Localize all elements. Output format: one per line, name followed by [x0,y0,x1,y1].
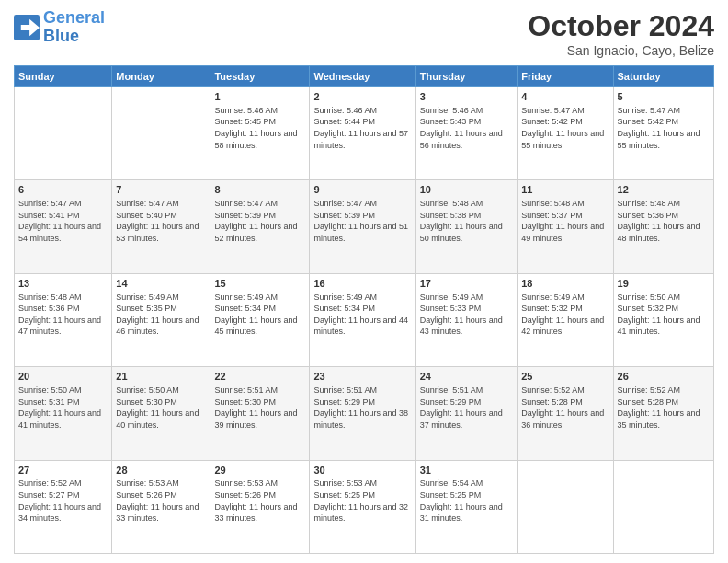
cell-content: Sunrise: 5:46 AMSunset: 5:43 PMDaylight:… [420,105,513,151]
calendar-week-2: 13Sunrise: 5:48 AMSunset: 5:36 PMDayligh… [15,273,714,366]
header-row: Sunday Monday Tuesday Wednesday Thursday… [15,66,714,87]
cell-content: Sunrise: 5:51 AMSunset: 5:29 PMDaylight:… [420,385,513,431]
day-number: 27 [18,464,108,477]
cell-content: Sunrise: 5:47 AMSunset: 5:42 PMDaylight:… [521,105,609,151]
cell-content: Sunrise: 5:52 AMSunset: 5:28 PMDaylight:… [618,385,710,431]
day-number: 5 [618,90,710,104]
logo-line1: General [43,8,105,27]
calendar-cell-4-5 [518,460,613,553]
cell-content: Sunrise: 5:49 AMSunset: 5:34 PMDaylight:… [313,292,411,338]
cell-content: Sunrise: 5:46 AMSunset: 5:45 PMDaylight:… [214,105,305,151]
calendar-cell-3-3: 23Sunrise: 5:51 AMSunset: 5:29 PMDayligh… [310,367,415,460]
cell-content: Sunrise: 5:53 AMSunset: 5:25 PMDaylight:… [313,477,411,523]
logo-line2: Blue [43,27,79,45]
calendar-cell-1-3: 9Sunrise: 5:47 AMSunset: 5:39 PMDaylight… [310,180,415,273]
day-number: 15 [214,277,305,291]
subtitle: San Ignacio, Cayo, Belize [528,43,714,58]
calendar-cell-4-0: 27Sunrise: 5:52 AMSunset: 5:27 PMDayligh… [15,460,112,553]
day-number: 10 [420,183,513,197]
calendar-cell-3-1: 21Sunrise: 5:50 AMSunset: 5:30 PMDayligh… [112,367,210,460]
cell-content: Sunrise: 5:47 AMSunset: 5:42 PMDaylight:… [618,105,710,151]
day-number: 13 [18,277,108,291]
cell-content: Sunrise: 5:49 AMSunset: 5:33 PMDaylight:… [420,292,513,338]
day-number: 11 [521,183,609,197]
calendar-cell-0-1 [112,87,210,180]
day-number: 1 [214,90,305,104]
cell-content: Sunrise: 5:47 AMSunset: 5:41 PMDaylight:… [18,198,108,244]
calendar-cell-3-2: 22Sunrise: 5:51 AMSunset: 5:30 PMDayligh… [210,367,310,460]
calendar-cell-1-2: 8Sunrise: 5:47 AMSunset: 5:39 PMDaylight… [210,180,310,273]
cell-content: Sunrise: 5:49 AMSunset: 5:34 PMDaylight:… [214,292,305,338]
col-saturday: Saturday [613,66,713,87]
day-number: 7 [116,183,206,197]
logo: General Blue [14,9,105,46]
day-number: 2 [313,90,411,104]
calendar-week-1: 6Sunrise: 5:47 AMSunset: 5:41 PMDaylight… [15,180,714,273]
cell-content: Sunrise: 5:49 AMSunset: 5:35 PMDaylight:… [116,292,206,338]
day-number: 22 [214,370,305,384]
cell-content: Sunrise: 5:48 AMSunset: 5:36 PMDaylight:… [18,292,108,338]
calendar-cell-3-4: 24Sunrise: 5:51 AMSunset: 5:29 PMDayligh… [415,367,517,460]
header: General Blue October 2024 San Ignacio, C… [14,9,714,58]
logo-text: General Blue [43,9,105,46]
cell-content: Sunrise: 5:47 AMSunset: 5:39 PMDaylight:… [214,198,305,244]
col-monday: Monday [112,66,210,87]
calendar-cell-4-2: 29Sunrise: 5:53 AMSunset: 5:26 PMDayligh… [210,460,310,553]
day-number: 26 [618,370,710,384]
calendar-cell-4-3: 30Sunrise: 5:53 AMSunset: 5:25 PMDayligh… [310,460,415,553]
day-number: 16 [313,277,411,291]
cell-content: Sunrise: 5:47 AMSunset: 5:40 PMDaylight:… [116,198,206,244]
cell-content: Sunrise: 5:48 AMSunset: 5:36 PMDaylight:… [618,198,710,244]
col-sunday: Sunday [15,66,112,87]
calendar-cell-3-5: 25Sunrise: 5:52 AMSunset: 5:28 PMDayligh… [518,367,613,460]
col-friday: Friday [518,66,613,87]
calendar-cell-0-5: 4Sunrise: 5:47 AMSunset: 5:42 PMDaylight… [518,87,613,180]
calendar-table: Sunday Monday Tuesday Wednesday Thursday… [14,65,714,554]
title-block: October 2024 San Ignacio, Cayo, Belize [528,9,714,58]
cell-content: Sunrise: 5:53 AMSunset: 5:26 PMDaylight:… [116,477,206,523]
calendar-cell-0-6: 5Sunrise: 5:47 AMSunset: 5:42 PMDaylight… [613,87,713,180]
day-number: 14 [116,277,206,291]
calendar-cell-2-1: 14Sunrise: 5:49 AMSunset: 5:35 PMDayligh… [112,273,210,366]
calendar-cell-2-6: 19Sunrise: 5:50 AMSunset: 5:32 PMDayligh… [613,273,713,366]
day-number: 18 [521,277,609,291]
cell-content: Sunrise: 5:50 AMSunset: 5:30 PMDaylight:… [116,385,206,431]
calendar-cell-3-0: 20Sunrise: 5:50 AMSunset: 5:31 PMDayligh… [15,367,112,460]
day-number: 8 [214,183,305,197]
day-number: 30 [313,464,411,477]
day-number: 29 [214,464,305,477]
calendar-cell-0-2: 1Sunrise: 5:46 AMSunset: 5:45 PMDaylight… [210,87,310,180]
day-number: 20 [18,370,108,384]
day-number: 6 [18,183,108,197]
calendar-cell-3-6: 26Sunrise: 5:52 AMSunset: 5:28 PMDayligh… [613,367,713,460]
calendar-cell-0-4: 3Sunrise: 5:46 AMSunset: 5:43 PMDaylight… [415,87,517,180]
day-number: 31 [420,464,513,477]
day-number: 28 [116,464,206,477]
calendar-cell-2-0: 13Sunrise: 5:48 AMSunset: 5:36 PMDayligh… [15,273,112,366]
calendar-week-4: 27Sunrise: 5:52 AMSunset: 5:27 PMDayligh… [15,460,714,553]
day-number: 23 [313,370,411,384]
calendar-cell-2-3: 16Sunrise: 5:49 AMSunset: 5:34 PMDayligh… [310,273,415,366]
cell-content: Sunrise: 5:51 AMSunset: 5:30 PMDaylight:… [214,385,305,431]
calendar-cell-2-4: 17Sunrise: 5:49 AMSunset: 5:33 PMDayligh… [415,273,517,366]
day-number: 9 [313,183,411,197]
col-thursday: Thursday [415,66,517,87]
calendar-cell-1-4: 10Sunrise: 5:48 AMSunset: 5:38 PMDayligh… [415,180,517,273]
day-number: 21 [116,370,206,384]
logo-icon [14,15,40,40]
calendar-cell-4-6 [613,460,713,553]
cell-content: Sunrise: 5:50 AMSunset: 5:32 PMDaylight:… [618,292,710,338]
cell-content: Sunrise: 5:52 AMSunset: 5:27 PMDaylight:… [18,477,108,523]
cell-content: Sunrise: 5:46 AMSunset: 5:44 PMDaylight:… [313,105,411,151]
cell-content: Sunrise: 5:52 AMSunset: 5:28 PMDaylight:… [521,385,609,431]
calendar-cell-0-3: 2Sunrise: 5:46 AMSunset: 5:44 PMDaylight… [310,87,415,180]
day-number: 17 [420,277,513,291]
calendar-cell-4-4: 31Sunrise: 5:54 AMSunset: 5:25 PMDayligh… [415,460,517,553]
day-number: 3 [420,90,513,104]
calendar-cell-1-6: 12Sunrise: 5:48 AMSunset: 5:36 PMDayligh… [613,180,713,273]
calendar-week-0: 1Sunrise: 5:46 AMSunset: 5:45 PMDaylight… [15,87,714,180]
day-number: 25 [521,370,609,384]
cell-content: Sunrise: 5:54 AMSunset: 5:25 PMDaylight:… [420,477,513,523]
cell-content: Sunrise: 5:50 AMSunset: 5:31 PMDaylight:… [18,385,108,431]
calendar-cell-1-1: 7Sunrise: 5:47 AMSunset: 5:40 PMDaylight… [112,180,210,273]
